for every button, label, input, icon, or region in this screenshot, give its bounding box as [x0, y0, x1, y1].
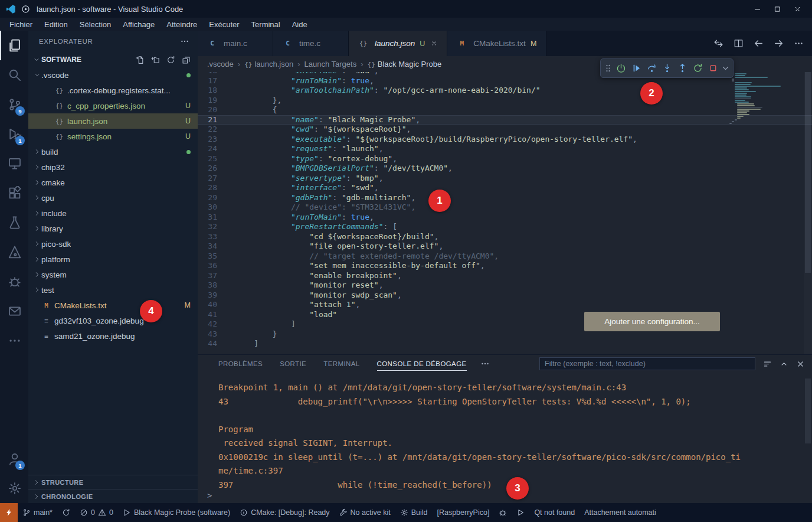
tab-CMakeLists.txt[interactable]: MCMakeLists.txtM [447, 31, 546, 56]
activity-cmake-tools[interactable] [0, 237, 28, 267]
panel-tab-PROBLÈMES[interactable]: PROBLÈMES [218, 357, 263, 371]
tree-item-library[interactable]: library [28, 221, 198, 236]
panel-tab-SORTIE[interactable]: SORTIE [280, 357, 306, 371]
tree-item-cpu[interactable]: cpu [28, 190, 198, 205]
activity-explorer[interactable] [0, 31, 28, 60]
code-line-23[interactable]: 23 "executable": "${workspaceRoot}/build… [198, 135, 812, 145]
tree-item-.cortex-debug.registers.stat...[interactable]: {}.cortex-debug.registers.stat... [28, 83, 198, 98]
statusbar-debug-target[interactable] [494, 503, 512, 522]
code-line-39[interactable]: 39 "monitor swdp_scan", [198, 291, 812, 301]
menu-atteindre[interactable]: Atteindre [161, 19, 203, 30]
minimap[interactable] [727, 73, 797, 125]
code-line-26[interactable]: 26 "BMPGDBSerialPort": "/dev/ttyACM0", [198, 164, 812, 174]
breadcrumb-item[interactable]: {}Black Magic Probe [368, 60, 442, 68]
activity-search[interactable] [0, 60, 28, 90]
code-line-31[interactable]: 31 "runToMain": true, [198, 213, 812, 223]
close-panel-icon[interactable] [796, 360, 805, 368]
activity-testing[interactable] [0, 208, 28, 237]
section-software[interactable]: SOFTWARE [28, 52, 198, 67]
close-window-button[interactable] [788, 1, 806, 17]
code-line-40[interactable]: 40 "attach 1", [198, 300, 812, 310]
tree-item-gd32vf103_ozone.jdebug[interactable]: ≡gd32vf103_ozone.jdebug [28, 313, 198, 328]
panel-scrollbar-thumb[interactable] [805, 379, 811, 443]
code-line-38[interactable]: 38 "monitor reset", [198, 280, 812, 291]
stop-menu-button[interactable] [721, 60, 731, 77]
statusbar-auto-attach[interactable]: Attachement automati [579, 503, 661, 522]
statusbar-qt-status[interactable]: Qt not found [529, 503, 579, 522]
section-chronologie[interactable]: CHRONOLOGIE [28, 489, 198, 503]
code-line-27[interactable]: 27 "servertype": "bmp", [198, 174, 812, 184]
statusbar-active-kit[interactable]: No active kit [335, 503, 395, 522]
clear-console-icon[interactable] [763, 360, 772, 368]
tab-launch.json[interactable]: {}launch.jsonU [349, 31, 447, 56]
menu-terminal[interactable]: Terminal [245, 19, 286, 30]
more-icon[interactable] [794, 38, 804, 48]
console-filter-input[interactable] [539, 357, 755, 370]
tree-item-cmake[interactable]: cmake [28, 175, 198, 190]
code-line-20[interactable]: 20 { [198, 105, 812, 115]
open-changes-icon[interactable] [713, 38, 723, 48]
activity-more-views[interactable] [0, 326, 28, 355]
collapse-all-icon[interactable] [182, 56, 191, 64]
menu-sélection[interactable]: Sélection [74, 19, 117, 30]
code-line-29[interactable]: 29 "gdbPath": "gdb-multiarch", [198, 193, 812, 203]
menu-affichage[interactable]: Affichage [117, 19, 161, 30]
arrow-left-icon[interactable] [754, 38, 764, 48]
scrollbar-thumb[interactable] [805, 72, 811, 273]
code-line-32[interactable]: 32 "preRestartCommands": [ [198, 222, 812, 232]
menu-fichier[interactable]: Fichier [4, 19, 38, 30]
code-line-44[interactable]: 44 ] [198, 339, 812, 349]
tree-item-system[interactable]: system [28, 267, 198, 282]
section-structure[interactable]: STRUCTURE [28, 475, 198, 489]
activity-messages[interactable] [0, 296, 28, 326]
statusbar-build[interactable]: Build [395, 503, 433, 522]
menu-edition[interactable]: Edition [38, 19, 74, 30]
code-line-19[interactable]: 19 }, [198, 96, 812, 106]
code-line-24[interactable]: 24 "request": "launch", [198, 144, 812, 154]
tree-item-platform[interactable]: platform [28, 252, 198, 267]
minimize-button[interactable] [748, 1, 766, 17]
activity-extensions[interactable] [0, 178, 28, 208]
tab-main.c[interactable]: Cmain.c [198, 31, 273, 56]
tab-time.c[interactable]: Ctime.c [273, 31, 349, 56]
step-into-button[interactable] [659, 60, 675, 77]
activity-run-debug[interactable]: 1 [0, 119, 28, 149]
tree-item-build[interactable]: build [28, 144, 198, 159]
stop-button[interactable] [705, 60, 721, 77]
panel-tab-TERMINAL[interactable]: TERMINAL [323, 357, 359, 371]
code-line-28[interactable]: 28 "interface": "swd", [198, 183, 812, 193]
drag-handle-button[interactable] [603, 60, 613, 77]
tree-item-settings.json[interactable]: {}settings.jsonU [28, 129, 198, 144]
tree-item-CMakeLists.txt[interactable]: MCMakeLists.txtM [28, 298, 198, 313]
code-line-30[interactable]: 30 // "device": "STM32L431VC", [198, 203, 812, 213]
maximize-button[interactable] [768, 1, 786, 17]
new-folder-icon[interactable] [151, 56, 160, 64]
code-line-36[interactable]: 36 "set mem inaccessible-by-default off"… [198, 261, 812, 271]
new-file-icon[interactable] [136, 56, 145, 64]
menu-exécuter[interactable]: Exécuter [203, 19, 245, 30]
code-line-34[interactable]: 34 "file open-story-teller.elf", [198, 242, 812, 252]
statusbar-run-target[interactable] [512, 503, 529, 522]
activity-settings[interactable] [0, 474, 28, 503]
code-line-37[interactable]: 37 "enable breakpoint", [198, 271, 812, 281]
editor-scrollbar[interactable] [804, 72, 812, 354]
breadcrumb-item[interactable]: {}launch.json [244, 60, 293, 68]
tree-item-include[interactable]: include [28, 205, 198, 221]
tree-item-samd21_ozone.jdebug[interactable]: ≡samd21_ozone.jdebug [28, 328, 198, 344]
tree-item-c_cpp_properties.json[interactable]: {}c_cpp_properties.jsonU [28, 98, 198, 113]
code-line-33[interactable]: 33 "cd ${workspaceRoot}/build", [198, 232, 812, 242]
power-button[interactable] [613, 60, 628, 77]
statusbar-problems[interactable]: 00 [75, 503, 118, 522]
chevron-up-icon[interactable] [780, 360, 788, 368]
breadcrumb-item[interactable]: Launch Targets [304, 60, 357, 68]
step-out-button[interactable] [675, 60, 690, 77]
activity-ozone-debug[interactable] [0, 267, 28, 296]
step-over-button[interactable] [644, 60, 659, 77]
code-line-18[interactable]: 18 "armToolchainPath": "/opt/gcc-arm-non… [198, 86, 812, 96]
restart-button[interactable] [690, 60, 705, 77]
code-line-21[interactable]: 21 "name": "Black Magic Probe", [198, 115, 812, 125]
code-line-35[interactable]: 35 // "target extended-remote /dev/ttyAC… [198, 252, 812, 262]
statusbar-build-target[interactable]: [RaspberryPico] [432, 503, 494, 522]
activity-source-control[interactable]: 9 [0, 90, 28, 119]
panel-tab-CONSOLE DE DÉBOGAGE[interactable]: CONSOLE DE DÉBOGAGE [377, 357, 467, 371]
